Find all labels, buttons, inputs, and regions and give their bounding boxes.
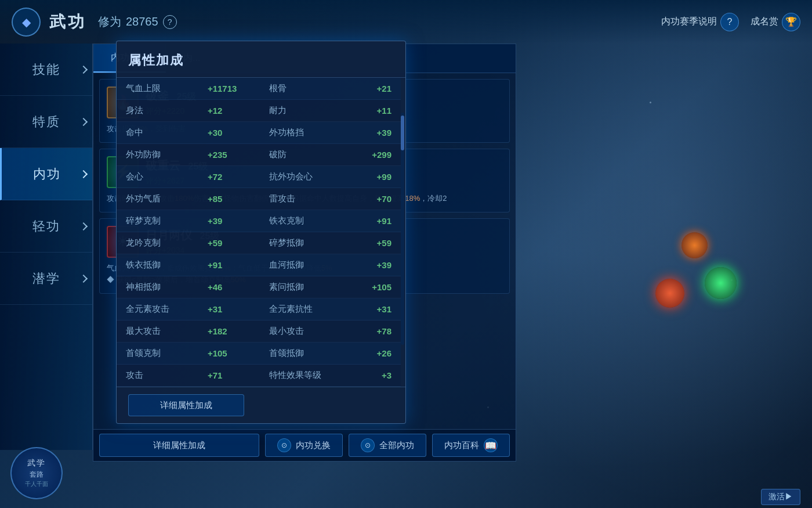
orb-orange xyxy=(682,232,708,258)
wuxue-sublabel1: 套路 xyxy=(30,470,44,480)
cultivation-label: 修为 xyxy=(98,14,121,30)
sidebar-jineng-label: 技能 xyxy=(32,61,60,78)
header-right: 内功赛季说明 ? 成名赏 🏆 xyxy=(661,13,800,31)
main-bottom-bar: 详细属性加成 ⊙ 内功兑换 ⊙ 全部内功 内功百科 📖 xyxy=(93,429,516,461)
sidebar-item-tezhi[interactable]: 特质 xyxy=(0,96,92,148)
table-row: 最大攻击 +182 最小攻击 +78 xyxy=(117,320,401,343)
fame-reward-button[interactable]: 成名赏 🏆 xyxy=(751,13,800,31)
table-row: 会心 +72 抗外功会心 +99 xyxy=(117,166,401,188)
orb-red xyxy=(655,279,684,308)
activate-label: 激活▶ xyxy=(768,492,793,501)
sidebar-tezhi-label: 特质 xyxy=(32,113,60,131)
attribute-table: 气血上限 +11713 根骨 +21 身法 +12 耐力 +11 命中 +30 … xyxy=(117,78,401,387)
sidebar-item-jineng[interactable]: 技能 xyxy=(0,44,92,96)
popup-detail-attr-button[interactable]: 详细属性加成 xyxy=(128,394,244,416)
sidebar-item-qianxue[interactable]: 潜学 xyxy=(0,253,92,305)
season-guide-button[interactable]: 内功赛季说明 ? xyxy=(661,13,739,31)
table-row: 首颌克制 +105 首颌抵御 +26 xyxy=(117,343,401,365)
attribute-popup: 属性加成 气血上限 +11713 根骨 +21 身法 +12 耐力 +11 命中 xyxy=(116,41,406,424)
orb-green xyxy=(705,267,737,299)
popup-detail-attr-label: 详细属性加成 xyxy=(160,400,212,411)
neigong-exchange-icon: ⊙ xyxy=(277,438,291,452)
popup-scrollbar-thumb xyxy=(401,116,404,150)
header-logo: ◆ xyxy=(12,8,41,37)
sidebar-item-qinggong[interactable]: 轻功 xyxy=(0,200,92,253)
detail-attr-label: 详细属性加成 xyxy=(153,440,205,451)
logo-icon: ◆ xyxy=(22,15,31,29)
neigong-wiki-label: 内功百科 xyxy=(444,440,479,451)
attr-name-qixueshangxian: 气血上限 xyxy=(117,78,198,100)
table-row: 攻击 +71 特性效果等级 +3 xyxy=(117,365,401,387)
wuxue-label: 武学 xyxy=(27,458,46,469)
fame-reward-label: 成名赏 xyxy=(751,16,778,28)
detail-attr-button[interactable]: 详细属性加成 xyxy=(99,434,259,457)
all-neigong-button[interactable]: ⊙ 全部内功 xyxy=(349,434,426,457)
sidebar-item-neigong[interactable]: 内功 xyxy=(0,148,92,200)
character-area xyxy=(464,0,812,508)
cultivation-value: 28765 xyxy=(126,15,158,28)
popup-scrollbar[interactable] xyxy=(401,113,404,345)
wuxue-badge[interactable]: 武学 套路 千人千面 xyxy=(10,447,63,499)
neigong-wiki-button[interactable]: 内功百科 📖 xyxy=(432,434,510,457)
neigong-wiki-icon: 📖 xyxy=(484,438,498,452)
table-row: 命中 +30 外功格挡 +39 xyxy=(117,122,401,144)
attr-val-gengu: +21 xyxy=(341,78,401,100)
activate-button[interactable]: 激活▶ xyxy=(761,489,800,505)
sidebar-qinggong-label: 轻功 xyxy=(32,218,60,235)
sidebar: 技能 特质 内功 轻功 潜学 xyxy=(0,44,93,450)
popup-footer: 详细属性加成 xyxy=(117,387,405,423)
season-guide-help-icon: ? xyxy=(720,13,739,31)
popup-title: 属性加成 xyxy=(117,41,405,78)
table-row: 外功防御 +235 破防 +299 xyxy=(117,144,401,166)
table-row: 气血上限 +11713 根骨 +21 xyxy=(117,78,401,100)
table-row: 神相抵御 +46 素问抵御 +105 xyxy=(117,276,401,298)
table-row: 龙吟克制 +59 碎梦抵御 +59 xyxy=(117,232,401,254)
all-neigong-icon: ⊙ xyxy=(361,438,375,452)
table-row: 外功气盾 +85 雷攻击 +70 xyxy=(117,188,401,210)
attr-val-qixueshangxian: +11713 xyxy=(198,78,260,100)
sidebar-qianxue-label: 潜学 xyxy=(32,270,60,287)
fame-reward-icon: 🏆 xyxy=(782,13,800,31)
neigong-exchange-button[interactable]: ⊙ 内功兑换 xyxy=(265,434,343,457)
season-guide-label: 内功赛季说明 xyxy=(661,16,717,28)
page-title: 武功 xyxy=(49,11,86,33)
wuxue-sublabel2: 千人千面 xyxy=(25,480,48,488)
all-neigong-label: 全部内功 xyxy=(379,440,414,451)
cultivation-help-icon[interactable]: ? xyxy=(163,15,177,29)
table-row: 全元素攻击 +31 全元素抗性 +31 xyxy=(117,298,401,320)
attr-name-gengu: 根骨 xyxy=(260,78,342,100)
sidebar-neigong-label: 内功 xyxy=(33,165,61,183)
header: ◆ 武功 修为 28765 ? 内功赛季说明 ? 成名赏 🏆 xyxy=(0,0,812,44)
table-row: 身法 +12 耐力 +11 xyxy=(117,100,401,122)
table-row: 铁衣抵御 +91 血河抵御 +39 xyxy=(117,254,401,276)
table-row: 碎梦克制 +39 铁衣克制 +91 xyxy=(117,210,401,232)
neigong-exchange-label: 内功兑换 xyxy=(296,440,331,451)
